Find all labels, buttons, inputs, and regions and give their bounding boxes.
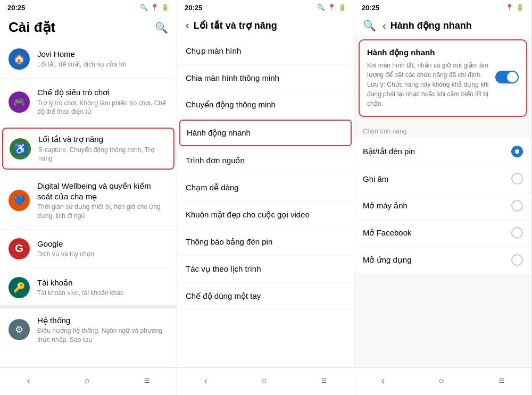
account-title: Tài khoản [37,278,168,288]
settings-item-jovi[interactable]: 🏠 Jovi Home Lối tắt, đề xuất, dịch vụ củ… [0,42,177,76]
battery-status-icon-2: 🔋 [338,4,346,11]
divider-2 [0,125,177,125]
settings-item-system[interactable]: ⚙ Hệ thống Điều hướng hệ thống, Ngôn ngữ… [0,309,177,351]
accessibility-icon: ♿ [10,138,31,159]
settings-item-wellbeing[interactable]: 💙 Digital Wellbeing và quyền kiểm soát c… [0,174,177,227]
screen-accessibility: 20:25 🔍 📍 🔋 ‹ Lối tắt và trợ năng Chụp m… [177,0,354,395]
status-time-2: 20:25 [185,4,202,12]
screen2-item-split[interactable]: Chia màn hình thông minh [177,65,354,91]
search-status-icon-2: 🔍 [317,4,325,11]
radio-flashlight[interactable] [511,146,523,157]
bottom-nav-1: ‹ ○ ≡ [0,367,177,395]
screen2-item-quickaction[interactable]: Hành động nhanh [179,120,352,146]
account-subtitle: Tài khoản vivo, tài khoản khác [37,289,168,298]
divider-4 [0,229,177,230]
hanh-dong-card-title: Hành động nhanh [367,48,519,57]
nav-back-2[interactable]: ‹ [204,375,207,386]
google-subtitle: Dịch vụ và tùy chọn [37,250,168,259]
divider-1 [0,78,177,79]
settings-list: 🏠 Jovi Home Lối tắt, đề xuất, dịch vụ củ… [0,42,177,367]
status-time-1: 20:25 [7,4,25,12]
screen2-item-notification[interactable]: Thông báo bảng đèn pin [177,229,354,256]
jovi-icon: 🏠 [9,48,30,70]
nav-menu-1[interactable]: ≡ [144,375,150,386]
hanh-dong-card: Hành động nhanh Khi màn hình tắt, nhấn v… [359,39,527,117]
screen2-item-face[interactable]: Khuôn mặt đẹp cho cuộc gọi video [177,201,354,229]
back-btn-2[interactable]: ‹ [186,19,189,31]
screen2-list: Chụp màn hình Chia màn hình thông minh C… [177,38,354,367]
screen3-search-icon[interactable]: 🔍 [363,19,376,32]
accessibility-subtitle: S-capture, Chuyển động thông minh, Trợ n… [38,146,167,164]
option-camera-label: Mở máy ảnh [363,201,408,211]
nav-home-2[interactable]: ○ [261,375,267,386]
location-status-icon: 📍 [151,4,159,11]
option-record[interactable]: Ghi âm [354,165,531,192]
nav-menu-3[interactable]: ≡ [499,375,505,386]
nav-home-3[interactable]: ○ [439,375,445,386]
nav-menu-2[interactable]: ≡ [321,375,327,386]
screen2-item-motion[interactable]: Chuyển động thông minh [177,91,354,119]
jovi-title: Jovi Home [37,49,168,60]
radio-app[interactable] [511,254,523,266]
option-app[interactable]: Mở ứng dụng [354,247,531,274]
game-subtitle: Trợ lý trò chơi, Không làm phiền trò chơ… [37,99,168,117]
game-text: Chế độ siêu trò chơi Trợ lý trò chơi, Kh… [37,87,168,116]
settings-item-game[interactable]: 🎮 Chế độ siêu trò chơi Trợ lý trò chơi, … [0,81,177,123]
option-facebook-label: Mở Facebook [363,228,412,238]
system-text: Hệ thống Điều hướng hệ thống, Ngôn ngữ v… [37,315,168,344]
status-bar-2: 20:25 🔍 📍 🔋 [177,0,354,15]
battery-status-icon: 🔋 [161,4,169,11]
search-status-icon: 🔍 [140,4,148,11]
screen-quickaction: 20:25 📍 🔋 🔍 ‹ Hành động nhanh Hành động … [354,0,532,395]
jovi-text: Jovi Home Lối tắt, đề xuất, dịch vụ của … [37,49,168,69]
location-status-icon-3: 📍 [505,4,513,11]
screen2-header: ‹ Lối tắt và trợ năng [177,15,354,38]
nav-back-1[interactable]: ‹ [27,375,30,386]
settings-item-account[interactable]: 🔑 Tài khoản Tài khoản vivo, tài khoản kh… [0,271,177,305]
screen2-item-onehand[interactable]: Chế độ dùng một tay [177,283,354,310]
account-icon: 🔑 [9,277,30,298]
screen2-item-capture[interactable]: Chụp màn hình [177,38,354,65]
screen3-title: Hành động nhanh [390,20,472,31]
option-flashlight-label: Bật/tắt đèn pin [363,147,415,156]
option-facebook[interactable]: Mở Facebook [354,220,531,247]
bottom-nav-3: ‹ ○ ≡ [354,367,531,395]
google-title: Google [37,239,168,249]
system-icon: ⚙ [9,319,30,340]
divider-5 [0,268,177,268]
option-record-label: Ghi âm [363,174,388,183]
radio-record[interactable] [511,173,523,184]
settings-search-icon[interactable]: 🔍 [155,21,168,34]
option-camera[interactable]: Mở máy ảnh [354,192,531,220]
status-icons-1: 🔍 📍 🔋 [140,4,169,11]
system-subtitle: Điều hướng hệ thống, Ngôn ngữ và phương … [37,326,168,344]
option-app-label: Mở ứng dụng [363,255,412,265]
status-icons-2: 🔍 📍 🔋 [317,4,346,11]
settings-item-accessibility[interactable]: ♿ Lối tắt và trợ năng S-capture, Chuyển … [2,128,174,170]
wellbeing-title: Digital Wellbeing và quyền kiểm soát của… [37,181,168,201]
nav-home-1[interactable]: ○ [84,375,90,386]
nav-back-3[interactable]: ‹ [381,375,385,386]
toggle-container[interactable] [495,71,519,86]
option-flashlight[interactable]: Bật/tắt đèn pin [354,138,531,165]
radio-camera[interactable] [511,200,523,212]
status-icons-3: 📍 🔋 [505,4,524,11]
system-title: Hệ thống [37,315,168,326]
hanh-dong-toggle[interactable] [495,71,519,83]
back-btn-3[interactable]: ‹ [383,20,386,32]
screen2-item-task[interactable]: Tác vụ theo lịch trình [177,256,354,283]
game-title: Chế độ siêu trò chơi [37,87,168,98]
screen2-title: Lối tắt và trợ năng [194,20,277,31]
bottom-nav-2: ‹ ○ ≡ [177,367,354,395]
screen2-item-touch[interactable]: Chạm dễ dàng [177,174,354,201]
account-text: Tài khoản Tài khoản vivo, tài khoản khác [37,278,168,298]
accessibility-text: Lối tắt và trợ năng S-capture, Chuyển độ… [38,134,167,163]
status-bar-3: 20:25 📍 🔋 [354,0,531,15]
game-icon: 🎮 [9,91,30,113]
google-icon: G [9,238,30,259]
settings-item-google[interactable]: G Google Dịch vụ và tùy chọn [0,232,177,266]
radio-facebook[interactable] [511,227,523,239]
settings-header: Cài đặt 🔍 [0,15,177,42]
screen2-item-power[interactable]: Trình đơn nguồn [177,147,354,174]
wellbeing-icon: 💙 [9,190,30,211]
